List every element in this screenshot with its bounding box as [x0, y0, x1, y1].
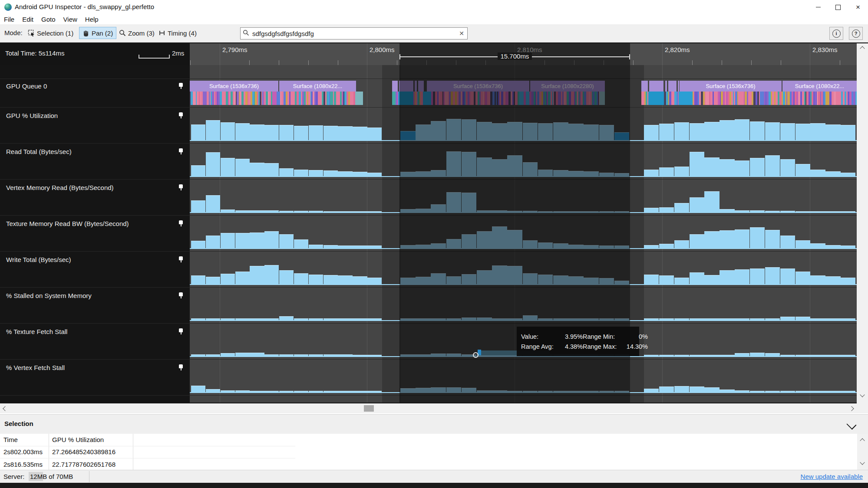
column-header-gpu-utilization[interactable]: GPU % Utilization	[52, 436, 104, 443]
pin-icon[interactable]	[179, 83, 183, 87]
search-icon	[241, 29, 251, 38]
column-header-time[interactable]: Time	[3, 436, 18, 443]
counter-bar	[780, 269, 795, 284]
scroll-down-icon[interactable]	[860, 460, 865, 465]
pin-icon[interactable]	[179, 292, 183, 296]
counter-bar	[704, 387, 719, 392]
selection-scrollbar[interactable]	[857, 434, 868, 470]
counter-bar	[338, 126, 352, 140]
counter-bar	[659, 386, 674, 392]
surface-slice[interactable]: Surface (1536x736)	[190, 81, 278, 92]
track-label--texture-fetch-stall[interactable]: % Texture Fetch Stall	[6, 328, 67, 335]
maximize-button[interactable]	[828, 0, 848, 14]
counter-bar	[191, 241, 205, 248]
maximize-icon	[835, 5, 841, 10]
counter-bar	[841, 278, 855, 284]
counter-bar	[750, 391, 765, 392]
table-cell-time-1: 2s816.535ms	[3, 461, 43, 468]
menu-item-view[interactable]: View	[63, 16, 77, 23]
pin-icon[interactable]	[179, 364, 183, 368]
surface-slice[interactable]	[668, 81, 677, 92]
counter-bar	[750, 210, 765, 212]
scroll-up-icon[interactable]	[860, 438, 865, 443]
horizontal-scrollbar-thumb[interactable]	[364, 405, 374, 412]
menu-item-goto[interactable]: Goto	[41, 16, 56, 23]
track-label--vertex-fetch-stall[interactable]: % Vertex Fetch Stall	[6, 364, 65, 371]
scroll-right-icon[interactable]	[849, 406, 854, 411]
pin-icon[interactable]	[179, 328, 183, 332]
counter-bar	[674, 203, 689, 212]
counter-bar	[750, 227, 765, 248]
pin-icon[interactable]	[179, 184, 183, 188]
selection-mode-button[interactable]: Selection (1)	[24, 27, 77, 39]
selection-panel-header[interactable]: Selection	[0, 414, 868, 434]
counter-bar	[765, 211, 780, 212]
counter-bar	[795, 391, 810, 392]
track-label-write-total-bytes-sec-[interactable]: Write Total (Bytes/sec)	[6, 256, 71, 263]
close-icon: ×	[856, 3, 860, 11]
counter-bar	[690, 197, 704, 212]
menu-item-help[interactable]: Help	[85, 16, 99, 23]
surface-slice[interactable]	[665, 81, 667, 92]
counter-bar	[719, 120, 734, 140]
counter-bar	[191, 165, 205, 176]
track-label-texture-memory-read-bw-bytes-second-[interactable]: Texture Memory Read BW (Bytes/Second)	[6, 220, 129, 227]
timing-mode-button[interactable]: Timing (4)	[155, 27, 200, 39]
surface-slice[interactable]	[392, 81, 398, 92]
track-label-read-total-bytes-sec-[interactable]: Read Total (Bytes/sec)	[6, 148, 72, 155]
timeline-vertical-scrollbar[interactable]	[857, 43, 868, 403]
pin-icon[interactable]	[179, 112, 183, 116]
counter-bar	[191, 354, 205, 356]
counter-bar	[309, 391, 323, 392]
track-label-gpu-queue[interactable]: GPU Queue 0	[6, 82, 47, 90]
track-label--stalled-on-system-memory[interactable]: % Stalled on System Memory	[6, 292, 92, 299]
counter-bar	[279, 234, 294, 248]
surface-slice[interactable]: Surface (1080x22...	[279, 81, 356, 92]
tooltip-max-label: Range Max:	[583, 343, 624, 350]
info-button[interactable]: i	[829, 27, 843, 40]
search-clear-icon[interactable]: ✕	[456, 30, 467, 37]
counter-bar	[367, 318, 382, 320]
surface-slice[interactable]: Surface (1080x22...	[782, 81, 857, 92]
ruler-label: 2,820ms	[665, 46, 690, 53]
ruler-minor-tick	[781, 60, 781, 65]
scroll-left-icon[interactable]	[3, 406, 7, 411]
column-separator	[133, 434, 133, 470]
track-label-vertex-memory-read-bytes-second-[interactable]: Vertex Memory Read (Bytes/Second)	[6, 184, 114, 191]
scroll-up-icon[interactable]	[860, 46, 865, 51]
surface-slice[interactable]	[649, 81, 663, 92]
menu-item-edit[interactable]: Edit	[22, 16, 33, 23]
counter-bar	[841, 318, 855, 320]
counter-bar	[825, 276, 840, 284]
minimize-button[interactable]	[808, 0, 828, 14]
counter-bar	[810, 123, 825, 140]
pin-icon[interactable]	[179, 256, 183, 260]
help-button[interactable]: ?	[849, 27, 863, 40]
collapse-chevron-icon[interactable]	[847, 420, 857, 430]
timeline-view[interactable]: Total Time: 5s114ms2ms2,790ms2,800ms2,81…	[0, 43, 868, 403]
gridline	[367, 43, 367, 403]
menu-item-file[interactable]: File	[4, 16, 14, 23]
counter-bar	[735, 269, 749, 284]
counter-bar	[644, 355, 659, 356]
pin-icon[interactable]	[179, 148, 183, 152]
scroll-down-icon[interactable]	[860, 392, 865, 397]
track-label-gpu-utilization[interactable]: GPU % Utilization	[6, 112, 58, 119]
counter-bar	[338, 391, 352, 392]
counter-bar	[250, 353, 264, 356]
surface-slice[interactable]: Surface (1536x736)	[680, 81, 782, 92]
search-input[interactable]	[251, 29, 456, 38]
zoom-mode-button[interactable]: Zoom (3)	[116, 27, 158, 39]
pan-mode-button[interactable]: Pan (2)	[79, 27, 116, 39]
horizontal-scrollbar[interactable]	[0, 403, 868, 413]
counter-bar	[735, 119, 749, 140]
close-button[interactable]: ×	[848, 0, 868, 14]
surface-slice[interactable]	[678, 81, 679, 92]
surface-slice[interactable]	[641, 81, 648, 92]
ruler-label: 2,790ms	[222, 46, 248, 53]
counter-bar	[294, 239, 308, 248]
pin-icon[interactable]	[179, 220, 183, 224]
update-link[interactable]: New update available	[801, 473, 863, 480]
counter-bar	[810, 355, 825, 356]
counter-bar	[825, 211, 840, 212]
